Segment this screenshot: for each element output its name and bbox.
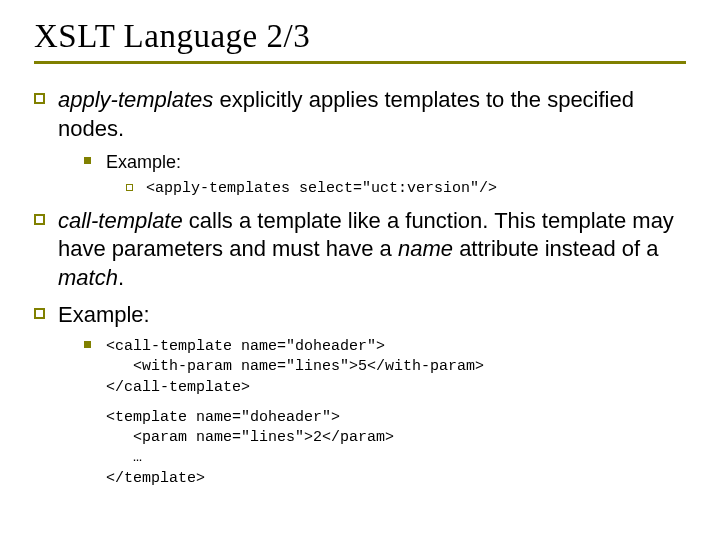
bullet-text: apply-templates explicitly applies templ… (58, 86, 686, 143)
code-block-2: <template name="doheader"> <param name="… (84, 408, 686, 489)
bullet-outline-icon (34, 86, 58, 143)
term-match: match (58, 265, 118, 290)
bullet-apply-templates: apply-templates explicitly applies templ… (34, 86, 686, 143)
code-template-def: <template name="doheader"> <param name="… (106, 408, 394, 489)
bullet-outline-icon (34, 301, 58, 330)
term-call-template: call-template (58, 208, 183, 233)
part2: attribute instead of a (453, 236, 658, 261)
example-code-1: <apply-templates select="uct:version"/> (126, 179, 686, 199)
part3: . (118, 265, 124, 290)
code-apply-templates: <apply-templates select="uct:version"/> (146, 179, 497, 199)
bullet-call-template: call-template calls a template like a fu… (34, 207, 686, 293)
sub-bullet-example-1: Example: (84, 151, 686, 174)
code-block-1: <call-template name="doheader"> <with-pa… (84, 337, 686, 398)
slide-title: XSLT Language 2/3 (34, 18, 686, 55)
bullet-text: call-template calls a template like a fu… (58, 207, 686, 293)
example-label-2: Example: (58, 301, 686, 330)
bullet-outline-icon (34, 207, 58, 293)
bullet-filled-icon (84, 151, 106, 174)
term-apply-templates: apply-templates (58, 87, 213, 112)
bullet-filled-empty (84, 408, 106, 489)
bullet-filled-icon (84, 337, 106, 398)
term-name: name (398, 236, 453, 261)
bullet-example-2-label: Example: (34, 301, 686, 330)
code-call-template: <call-template name="doheader"> <with-pa… (106, 337, 484, 398)
bullet-small-outline-icon (126, 179, 146, 199)
title-underline (34, 61, 686, 64)
example-label: Example: (106, 151, 181, 174)
